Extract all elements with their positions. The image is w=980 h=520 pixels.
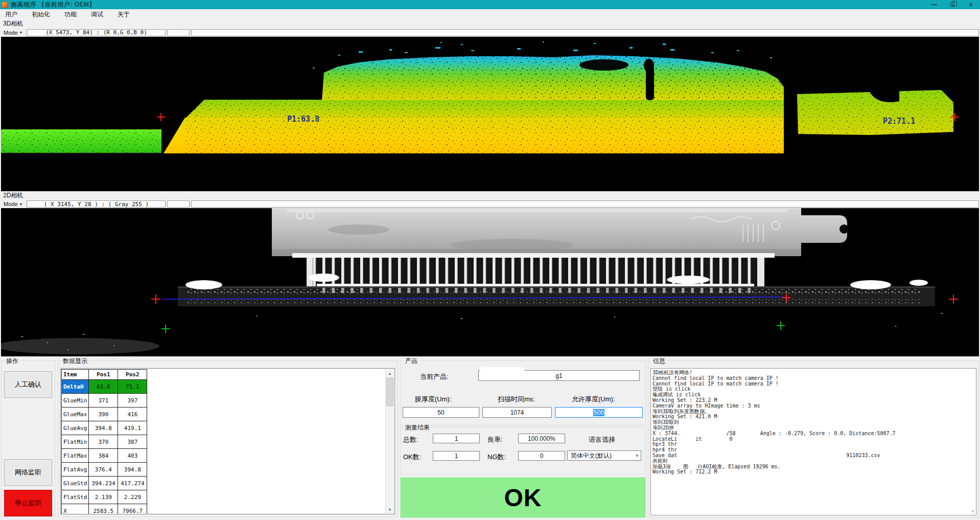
log-line: Save dat 9110233.csv: [652, 453, 975, 459]
allow-thickness-input[interactable]: 500: [555, 407, 643, 418]
cell-pos1: 2583.5: [89, 504, 118, 515]
table-row[interactable]: FlatMax 384 403: [62, 449, 147, 463]
ng-count-input[interactable]: 0: [518, 451, 565, 461]
camera3d-modebar: Mode ▼ (X 5473, Y 84) : (R 0,G 0,B 0): [0, 28, 980, 37]
app-window: 测高程序 【当前用户: OEM】 × 用户 初始化 功能 调试 关于 3D相机 …: [0, 0, 980, 520]
cell-pos2: 7966.7: [118, 504, 147, 515]
table-row[interactable]: GlueStd 394.234 417.274: [62, 477, 147, 490]
cell-pos1: 370: [89, 435, 118, 449]
table-row[interactable]: GlueMax 390 416: [62, 408, 147, 421]
operations-group-label: 操作: [5, 357, 20, 366]
scroll-up-icon[interactable]: ▲: [386, 369, 394, 377]
ok-count-input[interactable]: 1: [433, 451, 480, 461]
scan-time-input[interactable]: 1074: [482, 407, 552, 418]
title-bar: 测高程序 【当前用户: OEM】 ×: [0, 0, 980, 9]
p1-measure-label: P1:63.8: [287, 115, 319, 124]
camera3d-viewport[interactable]: P1:63.8 P2:71.1: [1, 37, 979, 191]
cell-item: GlueMin: [62, 394, 89, 408]
menu-item-function[interactable]: 功能: [59, 9, 82, 20]
restore-icon: [950, 3, 954, 7]
scan-time-label: 扫描时间ms:: [498, 395, 535, 404]
allow-thickness-label: 允许厚度(Um):: [572, 395, 615, 404]
cell-pos2: 419.1: [118, 421, 147, 435]
table-row[interactable]: FlatMin 370 387: [62, 435, 147, 449]
minimize-button[interactable]: [925, 0, 943, 9]
ok-count-label: OK数:: [403, 453, 421, 462]
log-line: 等到3D取到: [652, 420, 975, 425]
yield-input[interactable]: 100.000%: [518, 434, 565, 443]
log-line: CameraV array to HImage time : 3 ms: [652, 403, 975, 409]
selected-text: 500: [593, 409, 604, 416]
table-row[interactable]: X 2583.5 7966.7: [62, 504, 147, 515]
operations-group: 操作 人工确认 网络监听 停止监听: [1, 360, 55, 517]
mode-button-label: Mode: [4, 201, 18, 207]
log-line: Working Set : 712.2 M: [652, 469, 975, 475]
table-row[interactable]: FlatAvg 376.4 394.8: [62, 463, 147, 477]
camera2d-label: 2D相机: [0, 191, 980, 200]
menu-item-user[interactable]: 用户: [0, 9, 22, 20]
bottom-panel: 操作 人工确认 网络监听 停止监听 数据显示 Item Pos1 Pos2 De…: [0, 356, 980, 520]
cell-item: FlatMin: [62, 435, 89, 449]
table-row[interactable]: FlatStd 2.139 2.229: [62, 490, 147, 504]
total-input[interactable]: 1: [433, 434, 480, 443]
chevron-down-icon: ▼: [19, 202, 23, 206]
camera3d-status-box-wide: [191, 29, 979, 36]
log-area[interactable]: 3D相机没有网络! Cannot find local IP to match …: [650, 368, 976, 515]
table-scrollbar[interactable]: ▲ ▼: [385, 369, 394, 513]
product-group: 产品 当前产品: g1 膜厚度(Um): 扫描时间ms: 允许厚度(Um): 5…: [400, 360, 646, 425]
results-group-label: 测量结果: [404, 423, 431, 432]
cell-pos2: 397: [118, 394, 147, 408]
manual-confirm-button[interactable]: 人工确认: [4, 371, 52, 398]
cell-pos2: 416: [118, 408, 147, 421]
language-select[interactable]: 简体中文(默认) ▼: [567, 450, 641, 461]
mode-button-label: Mode: [4, 30, 18, 36]
chevron-down-icon: ▼: [635, 454, 639, 458]
camera3d-mode-button[interactable]: Mode ▼: [1, 29, 25, 36]
table-row[interactable]: DeltaH 63.8 71.1: [62, 380, 147, 394]
cell-pos1: 394.234: [89, 477, 118, 490]
cell-item: GlueMax: [62, 408, 89, 421]
redaction-blob: [480, 367, 525, 374]
product-group-label: 产品: [404, 357, 419, 366]
close-icon: ×: [969, 1, 973, 8]
cell-pos2: 417.274: [118, 477, 147, 490]
cell-item: X: [62, 504, 89, 515]
ng-count-label: NG数:: [487, 453, 506, 462]
cell-pos2: 403: [118, 449, 147, 463]
menu-item-about[interactable]: 关于: [112, 9, 135, 20]
window-title: 测高程序 【当前用户: OEM】: [11, 1, 96, 9]
camera3d-status-box-empty: [167, 29, 190, 36]
camera2d-viewport[interactable]: [1, 208, 979, 356]
table-row[interactable]: GlueAvg 394.8 419.1: [62, 421, 147, 435]
cell-item: FlatStd: [62, 490, 89, 504]
scroll-down-icon[interactable]: ▼: [386, 505, 394, 513]
film-thickness-input[interactable]: 50: [403, 407, 479, 418]
table-row[interactable]: GlueMin 371 397: [62, 394, 147, 408]
minimize-icon: [931, 4, 937, 5]
close-button[interactable]: ×: [962, 0, 980, 9]
log-line: hpr3 thr: [652, 442, 975, 447]
p2-measure-label: P2:71.1: [883, 117, 915, 126]
camera2d-mode-button[interactable]: Mode ▼: [1, 200, 25, 208]
cell-pos1: 394.8: [89, 421, 118, 435]
result-status-text: OK: [504, 484, 542, 512]
camera2d-pixel-readout: ( X 3145, Y 28 ) : ( Gray 255 ): [27, 200, 166, 208]
menu-item-debug[interactable]: 调试: [86, 9, 108, 20]
col-header-item: Item: [62, 370, 89, 380]
col-header-pos1: Pos1: [89, 370, 118, 380]
restore-button[interactable]: [943, 0, 962, 9]
cell-pos1: 376.4: [89, 463, 118, 477]
info-group: 信息 3D相机没有网络! Cannot find local IP to mat…: [648, 360, 979, 518]
measurement-table: Item Pos1 Pos2 DeltaH 63.8 71.1 GlueMin …: [61, 369, 147, 514]
app-icon: [2, 2, 8, 8]
scrollbar-thumb[interactable]: [386, 378, 393, 406]
stop-listen-button[interactable]: 停止监听: [4, 490, 52, 516]
camera2d-status-box-wide: [191, 200, 979, 208]
menu-item-initialize[interactable]: 初始化: [27, 9, 55, 20]
scroll-down-icon[interactable]: ▼: [971, 509, 975, 514]
cell-pos1: 371: [89, 394, 118, 408]
network-listen-button[interactable]: 网络监听: [4, 459, 52, 486]
cell-pos1: 384: [89, 449, 118, 463]
camera3d-pixel-readout: (X 5473, Y 84) : (R 0,G 0,B 0): [27, 29, 166, 36]
results-group: 测量结果 总数: 1 良率: 100.000% 语言选择 OK数: 1 NG数:…: [400, 427, 646, 474]
